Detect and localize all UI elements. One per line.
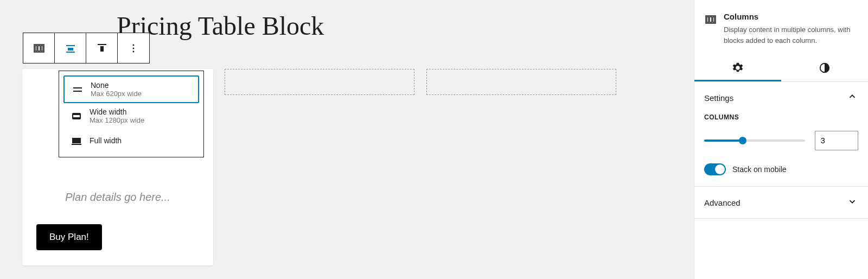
- chevron-up-icon: [846, 91, 858, 105]
- sidebar-block-header: Columns Display content in multiple colu…: [694, 0, 868, 46]
- svg-rect-4: [100, 46, 104, 52]
- columns-slider-row: [704, 131, 858, 150]
- gear-icon: [732, 62, 744, 74]
- block-toolbar: [23, 33, 150, 64]
- editor-canvas: Pricing Table Block $99 Plan details go …: [0, 0, 673, 279]
- contrast-icon: [819, 62, 831, 74]
- align-option-label: Wide width: [90, 107, 144, 116]
- buy-plan-button[interactable]: Buy Plan!: [36, 224, 102, 250]
- stack-on-mobile-label: Stack on mobile: [732, 165, 787, 174]
- stack-on-mobile-toggle[interactable]: [704, 163, 726, 175]
- sidebar-block-description: Display content in multiple columns, wit…: [724, 24, 858, 46]
- tab-styles[interactable]: [781, 55, 868, 81]
- advanced-panel-header[interactable]: Advanced: [694, 187, 868, 218]
- tab-settings[interactable]: [694, 55, 781, 81]
- svg-rect-12: [72, 138, 81, 143]
- plan-details-placeholder[interactable]: Plan details go here...: [65, 191, 170, 204]
- sidebar-block-name: Columns: [724, 12, 858, 21]
- settings-panel-title: Settings: [704, 93, 733, 103]
- sidebar-tabs: [694, 55, 868, 82]
- block-type-button[interactable]: [23, 33, 55, 63]
- svg-rect-0: [66, 45, 75, 46]
- empty-column-2[interactable]: [225, 69, 414, 95]
- align-option-label: Full width: [90, 136, 122, 145]
- settings-panel: Settings COLUMNS Stack on mobile: [694, 82, 868, 187]
- columns-icon: [704, 13, 717, 26]
- svg-rect-2: [66, 52, 75, 53]
- vertical-align-top-icon: [95, 42, 108, 55]
- settings-panel-header[interactable]: Settings: [694, 82, 868, 113]
- more-options-button[interactable]: [118, 33, 149, 63]
- svg-rect-1: [68, 48, 73, 50]
- more-vertical-icon: [127, 42, 140, 55]
- align-option-full[interactable]: Full width: [63, 129, 199, 153]
- columns-slider[interactable]: [704, 140, 805, 142]
- align-button[interactable]: [55, 33, 86, 63]
- columns-label: COLUMNS: [704, 113, 858, 121]
- align-none-icon: [70, 82, 85, 97]
- align-option-desc: Max 620px wide: [91, 90, 142, 98]
- svg-rect-11: [73, 115, 80, 117]
- svg-point-6: [133, 47, 135, 49]
- chevron-down-icon: [846, 195, 858, 210]
- svg-rect-3: [98, 44, 106, 45]
- align-option-wide[interactable]: Wide width Max 1280px wide: [63, 103, 199, 129]
- advanced-panel-title: Advanced: [704, 198, 741, 207]
- svg-point-7: [133, 50, 135, 52]
- svg-rect-9: [73, 91, 82, 92]
- slider-thumb[interactable]: [739, 137, 746, 144]
- align-option-desc: Max 1280px wide: [90, 116, 144, 124]
- align-full-icon: [69, 133, 84, 148]
- advanced-panel: Advanced: [694, 187, 868, 219]
- columns-icon: [33, 42, 46, 55]
- align-option-none[interactable]: None Max 620px wide: [63, 75, 199, 103]
- columns-value-input[interactable]: [815, 131, 858, 150]
- svg-rect-8: [73, 87, 82, 88]
- vertical-align-button[interactable]: [86, 33, 118, 63]
- align-center-icon: [64, 42, 77, 55]
- block-settings-sidebar: Columns Display content in multiple colu…: [694, 0, 868, 279]
- svg-rect-13: [72, 144, 81, 145]
- empty-column-3[interactable]: [426, 69, 616, 95]
- align-wide-icon: [69, 109, 84, 124]
- align-option-label: None: [91, 81, 142, 90]
- stack-on-mobile-row: Stack on mobile: [704, 163, 858, 175]
- alignment-dropdown: None Max 620px wide Wide width Max 1280p…: [59, 71, 204, 157]
- svg-point-5: [133, 44, 135, 46]
